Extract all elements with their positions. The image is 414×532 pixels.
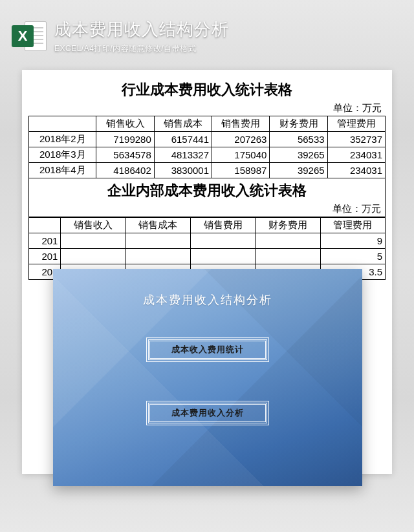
overlay-title: 成本费用收入结构分析 <box>143 292 272 308</box>
col-admin-expense: 管理费用 <box>327 116 385 132</box>
col-sales-expense: 销售费用 <box>212 116 270 132</box>
col-admin-expense: 管理费用 <box>320 218 385 233</box>
cell: 7199280 <box>96 132 154 147</box>
header-subtitle: EXCEL/A4打印/内容随意修改/自带格式 <box>54 43 229 54</box>
table-row: 2018年4月 4186402 3830001 158987 39265 234… <box>29 163 386 178</box>
cell <box>191 249 256 264</box>
col-sales-income: 销售收入 <box>61 218 125 233</box>
col-blank <box>29 218 61 233</box>
cell <box>61 233 125 249</box>
template-header: X 成本费用收入结构分析 EXCEL/A4打印/内容随意修改/自带格式 <box>12 16 402 57</box>
cell: 4813327 <box>154 147 212 163</box>
cell: 5634578 <box>96 147 154 163</box>
col-finance-expense: 财务费用 <box>256 218 320 233</box>
analysis-button[interactable]: 成本费用收入分析 <box>146 401 269 425</box>
col-finance-expense: 财务费用 <box>270 116 327 132</box>
col-sales-cost: 销售成本 <box>154 116 212 132</box>
cell: 5 <box>320 249 385 264</box>
cell: 175040 <box>212 147 270 163</box>
row-label: 201 <box>29 233 61 249</box>
cell: 6157441 <box>154 132 212 147</box>
cell: 234031 <box>327 147 385 163</box>
cell <box>256 233 320 249</box>
cell <box>191 233 256 249</box>
row-label: 2018年4月 <box>29 163 96 178</box>
table-row: 201 5 <box>29 249 386 264</box>
table1-unit: 单位：万元 <box>28 101 386 116</box>
cell: 56533 <box>270 132 327 147</box>
col-sales-cost: 销售成本 <box>125 218 190 233</box>
cell: 4186402 <box>96 163 154 178</box>
col-blank <box>29 116 96 132</box>
cell: 39265 <box>270 163 327 178</box>
header-title: 成本费用收入结构分析 <box>54 18 229 41</box>
table2-unit: 单位：万元 <box>28 202 386 217</box>
table1-title: 行业成本费用收入统计表格 <box>28 78 386 101</box>
table1: 销售收入 销售成本 销售费用 财务费用 管理费用 2018年2月 7199280… <box>28 116 386 178</box>
cell: 234031 <box>327 163 385 178</box>
row-label: 201 <box>29 249 61 264</box>
table2-header-row: 销售收入 销售成本 销售费用 财务费用 管理费用 <box>29 218 386 233</box>
excel-badge-letter: X <box>12 25 34 47</box>
row-label: 2018年2月 <box>29 132 96 147</box>
row-label: 2018年3月 <box>29 147 96 163</box>
cell: 3830001 <box>154 163 212 178</box>
table1-header-row: 销售收入 销售成本 销售费用 财务费用 管理费用 <box>29 116 386 132</box>
table-row: 201 9 <box>29 233 386 249</box>
stats-button[interactable]: 成本收入费用统计 <box>146 337 269 362</box>
cell <box>61 249 125 264</box>
cell: 158987 <box>212 163 270 178</box>
cell: 9 <box>320 233 385 249</box>
col-sales-expense: 销售费用 <box>191 218 256 233</box>
cell: 39265 <box>270 147 327 163</box>
cell <box>125 249 190 264</box>
cell <box>125 233 190 249</box>
table-row: 2018年2月 7199280 6157441 207263 56533 352… <box>29 132 386 147</box>
col-sales-income: 销售收入 <box>96 116 154 132</box>
table2-title: 企业内部成本费用收入统计表格 <box>28 178 386 202</box>
excel-icon: X <box>12 19 47 54</box>
cell: 207263 <box>212 132 270 147</box>
cell <box>256 249 320 264</box>
cell: 352737 <box>327 132 385 147</box>
navigation-card: 成本费用收入结构分析 成本收入费用统计 成本费用收入分析 <box>53 269 362 486</box>
table-row: 2018年3月 5634578 4813327 175040 39265 234… <box>29 147 386 163</box>
